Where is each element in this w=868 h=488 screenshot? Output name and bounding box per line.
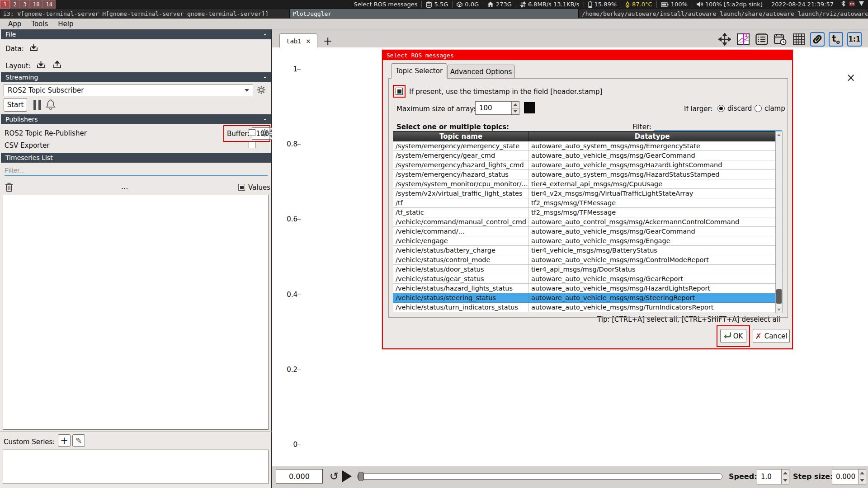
start-button[interactable]: Start: [4, 98, 27, 112]
datetime-icon[interactable]: [773, 32, 788, 47]
streaming-source-combobox[interactable]: ROS2 Topic Subscriber: [4, 84, 253, 96]
bluetooth-icon[interactable]: [841, 0, 845, 8]
workspace-button[interactable]: 3: [20, 0, 30, 9]
menu-help[interactable]: Help: [53, 19, 78, 29]
streaming-combo-value: ROS2 Topic Subscriber: [8, 86, 84, 94]
dialog-title-bar[interactable]: Select ROS messages: [383, 51, 792, 60]
publisher-row: ROS2 Topic Re-Publisher: [5, 129, 87, 137]
home-icon: [487, 1, 494, 7]
timeseries-list[interactable]: [3, 195, 269, 430]
system-tray: [838, 0, 868, 8]
volume-icon: [696, 1, 703, 7]
cancel-label: Cancel: [764, 332, 788, 340]
i3-status-bar: 1231014 Select ROS messages 5.5G 0.0G 27…: [0, 0, 868, 9]
grid-layout-icon[interactable]: [792, 32, 806, 47]
cancel-button[interactable]: ✗ Cancel: [753, 329, 790, 343]
playback-bar: 0.000 ↺ Speed: 1.0 Step size: 0.000: [272, 466, 868, 488]
titlebar-rviz[interactable]: /home/berkay/autoware/install/autoware_l…: [579, 9, 868, 19]
add-custom-series-button[interactable]: +: [58, 434, 71, 447]
csv-exporter-checkbox[interactable]: [249, 141, 255, 148]
status-disk: 5.5G: [421, 1, 452, 8]
screen: 1231014 Select ROS messages 5.5G 0.0G 27…: [0, 0, 868, 488]
pause-icon[interactable]: [33, 100, 41, 110]
package-icon: [457, 1, 462, 8]
tab-topic-selector[interactable]: Topic Selector: [391, 63, 447, 79]
titlebar-terminal[interactable]: i3: V[gnome-terminal-server H[gnome-term…: [0, 9, 289, 19]
layout-label: Layout:: [5, 61, 31, 70]
timeseries-filter: [5, 165, 268, 176]
save-layout-icon[interactable]: [52, 60, 62, 70]
republisher-checkbox[interactable]: [249, 129, 255, 136]
select-ros-messages-dialog: Select ROS messages Topic Selector Advan…: [382, 50, 793, 349]
menubar: App Tools Help: [0, 19, 868, 29]
values-label: Values: [248, 183, 270, 192]
ratio-1-1-icon[interactable]: 1:1: [847, 32, 862, 47]
notification-bell-icon[interactable]: [45, 99, 56, 110]
network-tray-icon[interactable]: [859, 1, 864, 8]
play-icon[interactable]: [342, 470, 352, 482]
current-time-field[interactable]: 0.000: [276, 469, 323, 483]
custom-series-list[interactable]: [3, 450, 269, 484]
collapse-icon[interactable]: -: [264, 115, 266, 123]
discord-icon[interactable]: [849, 1, 855, 8]
section-header-file[interactable]: File -: [1, 29, 271, 39]
speed-up-icon[interactable]: [782, 469, 789, 477]
step-up-icon[interactable]: [859, 469, 866, 477]
tab-close-icon[interactable]: ×: [306, 37, 311, 46]
collapse-icon[interactable]: -: [264, 30, 266, 38]
y-tick-label: 0.4: [284, 291, 297, 299]
status-package: 0.0G: [452, 1, 483, 8]
edit-custom-series-button[interactable]: ✎: [72, 434, 85, 447]
status-temperature: 87.0°C: [621, 1, 656, 8]
new-tab-button[interactable]: +: [321, 35, 335, 47]
republisher-gear-icon[interactable]: [260, 128, 269, 137]
ellipsis-label[interactable]: ...: [121, 182, 128, 191]
values-checkbox[interactable]: [238, 184, 245, 191]
step-down-icon[interactable]: [859, 477, 866, 484]
slider-handle[interactable]: [358, 472, 364, 481]
loop-icon[interactable]: ↺: [327, 469, 341, 484]
memory-icon: [588, 1, 592, 8]
trash-icon[interactable]: [5, 182, 14, 192]
link-ranges-icon[interactable]: [810, 32, 825, 47]
section-header-publishers[interactable]: Publishers -: [1, 114, 271, 124]
status-clock: 2022-08-24 21:39:57: [767, 1, 838, 8]
sidebar: File - Data: Layout: Streaming - ROS2 To…: [0, 29, 272, 488]
move-tool-icon[interactable]: [717, 32, 732, 47]
speed-down-icon[interactable]: [782, 477, 789, 484]
menu-app[interactable]: App: [4, 19, 26, 29]
menu-tools[interactable]: Tools: [27, 19, 52, 29]
section-file-label: File: [5, 31, 16, 38]
cancel-x-icon: ✗: [755, 332, 761, 341]
timeline-slider[interactable]: [357, 473, 722, 480]
custom-series-label: Custom Series:: [4, 437, 55, 446]
speed-spinbox[interactable]: 1.0: [757, 469, 789, 484]
streaming-gear-icon[interactable]: [257, 85, 266, 94]
section-header-streaming[interactable]: Streaming -: [1, 72, 271, 82]
status-battery: 100%: [656, 1, 692, 8]
timeseries-filter-input[interactable]: [5, 165, 268, 176]
tab-advanced-options[interactable]: Advanced Options: [447, 65, 515, 79]
plot-close-icon[interactable]: ×: [846, 72, 855, 83]
workspace-button[interactable]: 10: [30, 0, 42, 9]
tracker-tool-icon[interactable]: 1: [736, 32, 750, 47]
step-size-spinbox[interactable]: 0.000: [832, 469, 866, 484]
workspace-button[interactable]: 1: [0, 0, 10, 9]
chevron-down-icon: [245, 89, 249, 92]
y-tick-label: 0.2: [284, 366, 297, 374]
workspace-list: 1231014: [0, 0, 56, 9]
workspace-button[interactable]: 2: [10, 0, 20, 9]
time-origin-icon[interactable]: to: [829, 32, 843, 47]
load-layout-icon[interactable]: [36, 60, 46, 70]
collapse-icon[interactable]: -: [264, 73, 266, 81]
tab-tab1[interactable]: tab1 ×: [279, 33, 317, 48]
curve-list-icon[interactable]: [755, 32, 769, 47]
y-tick-label: 0.8: [284, 140, 297, 148]
workspace-button[interactable]: 14: [42, 0, 55, 9]
ok-button[interactable]: OK: [720, 329, 746, 343]
titlebar-plotjuggler[interactable]: PlotJuggler: [289, 9, 579, 19]
y-tick-label: 0: [284, 441, 297, 449]
load-data-icon[interactable]: [29, 43, 38, 52]
section-header-timeseries[interactable]: Timeseries List: [1, 153, 271, 163]
section-timeseries-label: Timeseries List: [5, 154, 53, 161]
